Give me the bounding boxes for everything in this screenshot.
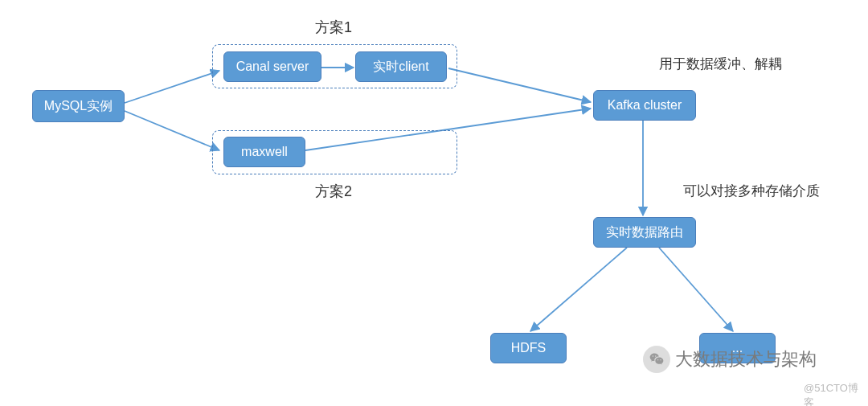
wechat-icon	[643, 346, 670, 373]
annotation-kafka: 用于数据缓冲、解耦	[659, 55, 782, 73]
node-hdfs: HDFS	[490, 333, 567, 363]
watermark-blog: @51CTO博客	[804, 381, 868, 406]
annotation-router: 可以对接多种存储介质	[683, 182, 820, 200]
node-router: 实时数据路由	[593, 217, 696, 248]
diagram-canvas: 方案1 方案2 MySQL实例 Canal server 实时client ma…	[0, 0, 868, 406]
node-canal: Canal server	[223, 51, 321, 82]
watermark-main-text: 大数据技术与架构	[675, 347, 817, 371]
node-client: 实时client	[355, 51, 447, 82]
group-plan2-label: 方案2	[315, 182, 352, 201]
node-mysql: MySQL实例	[32, 90, 125, 122]
watermark-main: 大数据技术与架构	[643, 346, 817, 373]
node-maxwell: maxwell	[223, 137, 305, 167]
edge-router-other	[659, 248, 733, 331]
edge-router-hdfs	[530, 248, 627, 331]
group-plan1-label: 方案1	[315, 18, 352, 37]
node-kafka: Kafka cluster	[593, 90, 696, 121]
edge-mysql-canal	[125, 71, 219, 103]
edge-mysql-maxwell	[125, 111, 219, 150]
edge-client-kafka	[448, 68, 591, 102]
